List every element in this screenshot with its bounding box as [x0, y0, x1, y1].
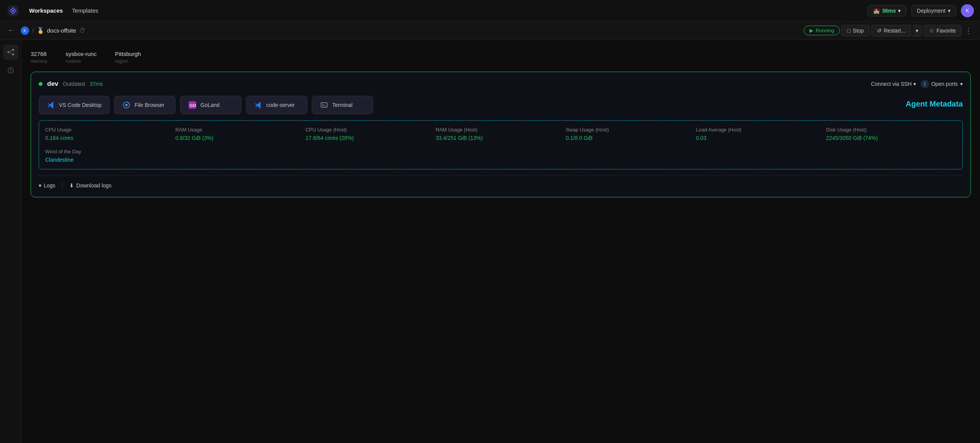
workspace-actions: ▶ Running □ Stop ↺ Restart... ▾ ☆ Favori… [804, 25, 974, 37]
vscode-icon [47, 101, 55, 109]
svg-point-9 [125, 104, 128, 106]
download-logs-button[interactable]: ⬇ Download logs [69, 182, 111, 189]
logs-bar: ▾ Logs | ⬇ Download logs [39, 176, 963, 189]
running-status[interactable]: ▶ Running [804, 26, 840, 35]
ram-usage-metric: RAM Usage 0.8/32 GiB (3%) [175, 127, 306, 141]
file-browser-label: File Browser [134, 102, 164, 108]
history-icon[interactable]: ⏱ [79, 27, 85, 34]
svg-text:GO: GO [190, 103, 196, 108]
main-layout: 32768 memory sysbox-runc runtime Pittsbu… [0, 40, 980, 443]
chevron-down-icon: ▾ [960, 81, 963, 87]
agent-metadata-label: Agent Metadata [906, 100, 963, 108]
open-ports-button[interactable]: 1 Open ports ▾ [921, 80, 963, 88]
memory-value: 32768 [31, 51, 47, 57]
app-buttons-row: VS Code Desktop File Browser [39, 96, 963, 114]
deployment-label: Deployment [917, 8, 946, 14]
favorite-button[interactable]: ☆ Favorite [923, 25, 962, 36]
medal-icon: 🥇 [37, 27, 44, 34]
goland-icon: GO [188, 101, 197, 109]
chevron-down-icon: ▾ [913, 81, 916, 87]
dev-outdated: Outdated [63, 81, 85, 87]
avatar[interactable]: K [961, 4, 974, 17]
word-of-day-value: Clandestine [45, 157, 956, 163]
restart-dropdown[interactable]: ▾ [913, 25, 922, 36]
cpu-usage-label: CPU Usage [45, 127, 175, 133]
dev-header: dev Outdated 37ms Connect via SSH ▾ 1 Op… [39, 80, 963, 88]
star-icon: ☆ [929, 28, 934, 34]
ram-host-value: 33.4/251 GiB (13%) [436, 135, 566, 141]
latency-badge[interactable]: 🏰 36ms ▾ [867, 5, 906, 16]
more-button[interactable]: ⋮ [963, 25, 974, 37]
stop-button[interactable]: □ Stop [841, 25, 869, 36]
stop-icon: □ [847, 28, 850, 34]
swap-host-value: 0.1/8.0 GiB [566, 135, 696, 141]
sidebar [0, 40, 21, 443]
workspace-name: docs-offsite [47, 27, 76, 34]
runtime-value: sysbox-runc [66, 51, 97, 57]
file-browser-icon [122, 101, 131, 109]
workspace-breadcrumb: 🥇 docs-offsite [37, 27, 76, 34]
vscode-desktop-button[interactable]: VS Code Desktop [39, 96, 110, 114]
sidebar-icon-nodes[interactable] [3, 44, 18, 60]
deployment-button[interactable]: Deployment ▾ [911, 5, 956, 16]
stop-label: Stop [853, 28, 864, 34]
dev-status-dot [39, 82, 43, 86]
chevron-down-icon: ▾ [916, 28, 918, 34]
info-memory: 32768 memory [31, 51, 47, 64]
file-browser-button[interactable]: File Browser [114, 96, 175, 114]
restart-button[interactable]: ↺ Restart... [871, 25, 911, 36]
load-host-value: 0.03 [696, 135, 826, 141]
nav-templates[interactable]: Templates [72, 7, 98, 14]
word-of-day-label: Word of the Day [45, 149, 956, 154]
word-of-day-row: Word of the Day Clandestine [45, 149, 956, 163]
metrics-container: CPU Usage 0.184 cores RAM Usage 0.8/32 G… [39, 120, 963, 169]
chevron-down-icon: ▾ [948, 8, 951, 14]
top-nav-right: 🏰 36ms ▾ Deployment ▾ K [867, 4, 974, 17]
sidebar-icon-history[interactable] [3, 63, 18, 78]
cpu-usage-value: 0.184 cores [45, 135, 175, 141]
goland-button[interactable]: GO GoLand [180, 96, 241, 114]
nav-workspaces[interactable]: Workspaces [29, 7, 63, 14]
swap-host-label: Swap Usage (Host) [566, 127, 696, 133]
running-label: Running [816, 28, 834, 33]
workspace-bar: ← K / 🥇 docs-offsite ⏱ ▶ Running □ Stop … [0, 21, 980, 40]
dev-container: dev Outdated 37ms Connect via SSH ▾ 1 Op… [31, 72, 971, 197]
dev-name: dev [47, 80, 58, 88]
cpu-host-value: 17.8/64 cores (28%) [305, 135, 436, 141]
svg-rect-12 [321, 103, 327, 107]
ram-host-metric: RAM Usage (Host) 33.4/251 GiB (13%) [436, 127, 566, 141]
code-server-button[interactable]: code-server [246, 96, 307, 114]
terminal-icon [320, 101, 328, 109]
dev-latency: 37ms [90, 81, 103, 87]
memory-label: memory [31, 59, 47, 64]
info-runtime: sysbox-runc runtime [66, 51, 97, 64]
region-value: Pittsburgh [115, 51, 141, 57]
goland-label: GoLand [200, 102, 220, 108]
disk-host-metric: Disk Usage (Host) 2245/3050 GiB (74%) [826, 127, 956, 141]
logo[interactable] [6, 4, 20, 18]
svg-line-6 [8, 52, 13, 54]
logs-button[interactable]: ▾ Logs [39, 182, 55, 189]
restart-label: Restart... [884, 28, 906, 34]
svg-line-5 [8, 50, 13, 52]
back-button[interactable]: ← [6, 25, 16, 36]
logs-divider: | [61, 181, 63, 189]
load-host-metric: Load Average (Host) 0.03 [696, 127, 826, 141]
user-icon: K [21, 26, 29, 35]
download-icon: ⬇ [69, 182, 74, 189]
disk-host-label: Disk Usage (Host) [826, 127, 956, 133]
info-region: Pittsburgh region [115, 51, 141, 64]
breadcrumb-separator: / [32, 27, 34, 34]
ram-usage-label: RAM Usage [175, 127, 306, 133]
ssh-button[interactable]: Connect via SSH ▾ [871, 81, 916, 87]
play-icon: ▶ [810, 28, 813, 33]
swap-host-metric: Swap Usage (Host) 0.1/8.0 GiB [566, 127, 696, 141]
terminal-label: Terminal [332, 102, 352, 108]
code-server-icon [254, 101, 262, 109]
svg-point-1 [12, 10, 14, 12]
ports-count-badge: 1 [921, 80, 929, 88]
runtime-label: runtime [66, 59, 97, 64]
info-row: 32768 memory sysbox-runc runtime Pittsbu… [31, 48, 971, 72]
load-host-label: Load Average (Host) [696, 127, 826, 133]
terminal-button[interactable]: Terminal [312, 96, 373, 114]
